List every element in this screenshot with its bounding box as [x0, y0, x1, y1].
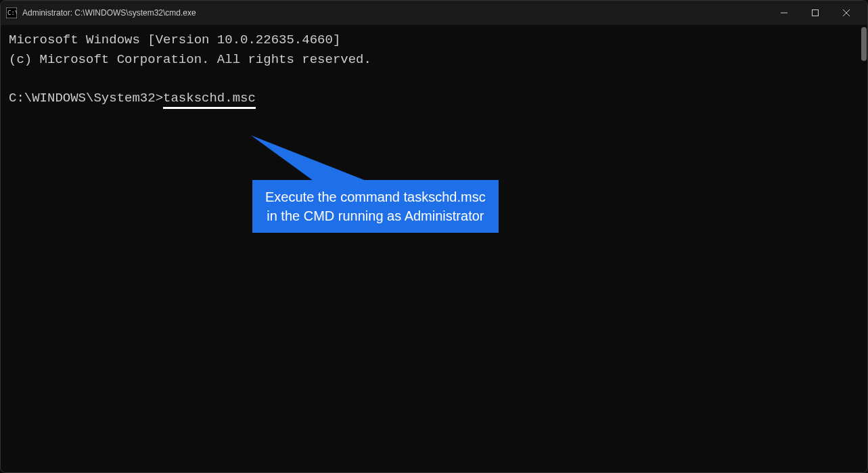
- terminal-output-line: Microsoft Windows [Version 10.0.22635.46…: [9, 30, 859, 50]
- window-title: Administrator: C:\WINDOWS\system32\cmd.e…: [22, 8, 769, 18]
- terminal-output-line: (c) Microsoft Corporation. All rights re…: [9, 50, 859, 70]
- callout-box: Execute the command taskschd.msc in the …: [252, 180, 499, 233]
- callout-text-line: Execute the command taskschd.msc: [265, 187, 486, 206]
- scrollbar-thumb[interactable]: [861, 27, 867, 61]
- window-controls: [769, 1, 862, 25]
- close-button[interactable]: [831, 1, 862, 25]
- prompt-text: C:\WINDOWS\System32>: [9, 91, 163, 106]
- svg-rect-3: [813, 10, 819, 16]
- titlebar[interactable]: C:\ Administrator: C:\WINDOWS\system32\c…: [1, 1, 867, 25]
- maximize-button[interactable]: [800, 1, 831, 25]
- cmd-window: C:\ Administrator: C:\WINDOWS\system32\c…: [0, 0, 868, 473]
- terminal-prompt-line: C:\WINDOWS\System32>taskschd.msc: [9, 89, 859, 108]
- minimize-button[interactable]: [769, 1, 800, 25]
- terminal-blank-line: [9, 69, 859, 89]
- command-input[interactable]: taskschd.msc: [163, 91, 256, 109]
- terminal-body[interactable]: Microsoft Windows [Version 10.0.22635.46…: [1, 25, 867, 472]
- svg-text:C:\: C:\: [7, 9, 17, 16]
- callout-arrow-icon: [251, 135, 386, 189]
- svg-marker-6: [251, 135, 366, 181]
- cmd-icon: C:\: [6, 7, 17, 18]
- callout-text-line: in the CMD running as Administrator: [265, 206, 486, 225]
